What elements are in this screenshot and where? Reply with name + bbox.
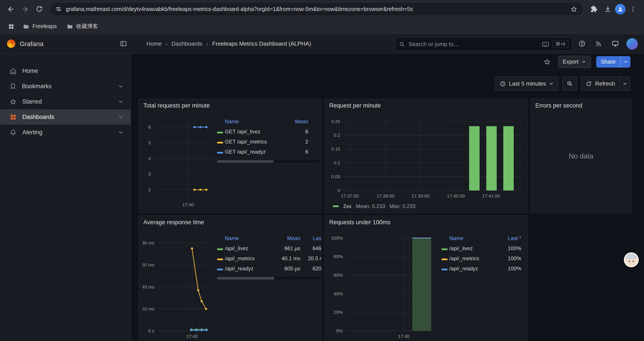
bell-icon [10, 129, 17, 136]
grafana-logo[interactable] [7, 40, 15, 48]
series-mean: 2 [287, 138, 308, 145]
legend-row[interactable]: /api/_livez 661 µs 646 [217, 243, 321, 253]
sidebar-item-bookmarks[interactable]: Bookmarks [0, 79, 131, 94]
back-button[interactable] [4, 3, 18, 16]
series-name[interactable]: /api/_readyz [225, 265, 276, 271]
svg-text:20%: 20% [334, 310, 343, 315]
refresh-icon [586, 81, 592, 87]
series-name[interactable]: /api/_livez [449, 245, 498, 251]
legend-row[interactable]: /api/_readyz 100% [442, 263, 524, 273]
series-name[interactable]: /api/_readyz [449, 265, 498, 271]
refresh-button[interactable]: Refresh [582, 77, 620, 90]
downloads-icon[interactable] [601, 3, 614, 16]
svg-text:60 ms: 60 ms [142, 262, 154, 267]
panel-requests-under-100ms: Requests under 100ms 100%80%60%40%20%0%1… [324, 215, 528, 341]
news-rss-icon[interactable] [593, 38, 604, 49]
series-name[interactable]: GET /api/_livez [225, 128, 287, 135]
apps-grid-icon[interactable] [5, 21, 17, 32]
reload-button[interactable] [32, 3, 46, 16]
bookmark-star-icon[interactable] [570, 5, 578, 14]
dashboards-grid-icon [10, 113, 17, 121]
sidebar-item-alerting[interactable]: Alerting [0, 125, 131, 140]
svg-text:17:40: 17:40 [182, 202, 194, 207]
sidebar-item-dashboards[interactable]: Dashboards [0, 109, 131, 125]
svg-text:80%: 80% [334, 254, 343, 259]
extensions-icon[interactable] [587, 3, 600, 16]
kiosk-monitor-icon[interactable] [610, 38, 620, 49]
legend-header-name[interactable]: Name [225, 235, 276, 241]
chevron-down-icon [581, 59, 586, 64]
series-name[interactable]: GET /api/_metrics [225, 138, 287, 145]
search-icon [399, 41, 405, 47]
legend-row[interactable]: /api/_metrics 100% [442, 253, 524, 263]
panel-title[interactable]: Average response time [143, 219, 204, 226]
url-text[interactable]: grafana.mathmast.com/d/deytv4rwavabkb/fr… [66, 6, 566, 12]
legend-header-last[interactable]: Las [300, 235, 321, 241]
export-button[interactable]: Export [558, 56, 591, 68]
svg-text:17:41:00: 17:41:00 [482, 193, 500, 198]
legend-header-name[interactable]: Name [449, 235, 498, 241]
time-range-picker[interactable]: Last 5 minutes [495, 76, 559, 91]
favorite-star-icon[interactable] [541, 56, 552, 67]
panel-title[interactable]: Request per minute [329, 102, 381, 109]
legend-header-name[interactable]: Name [225, 119, 287, 125]
panel-title[interactable]: Requests under 100ms [329, 219, 390, 226]
bookmark-folder-blogs[interactable]: 收藏博客 [63, 21, 102, 32]
legend-header-mean[interactable]: Mean [287, 119, 308, 125]
series-color-dash [442, 248, 448, 250]
scrollbar-thumb[interactable] [217, 160, 273, 163]
refresh-interval-caret[interactable] [620, 77, 630, 90]
chevron-down-icon[interactable] [118, 129, 124, 135]
legend-row[interactable]: GET /api/_metrics 2 [217, 137, 320, 147]
series-name[interactable]: /api/_metrics [449, 255, 498, 261]
legend-header-last[interactable]: Last * [498, 235, 521, 241]
forward-button[interactable] [18, 3, 32, 16]
folder-icon [23, 23, 29, 30]
series-name[interactable]: /api/_metrics [225, 255, 276, 261]
bookmark-label: 收藏博客 [76, 23, 98, 30]
chevron-down-icon[interactable] [118, 114, 124, 120]
sidebar-item-starred[interactable]: Starred [0, 94, 131, 109]
legend-row[interactable]: /api/_livez 100% [442, 243, 524, 253]
series-name[interactable]: /api/_livez [225, 245, 276, 251]
help-icon[interactable] [576, 38, 587, 49]
bookmark-folder-freeleaps[interactable]: Freeleaps [19, 21, 60, 31]
breadcrumb-dashboards[interactable]: Dashboards [172, 40, 202, 47]
legend-row[interactable]: GET /api/_livez 6 [217, 126, 320, 137]
legend-row[interactable]: /api/_readyz 605 µs 620 [217, 263, 321, 273]
dock-menu-icon[interactable] [118, 38, 129, 49]
svg-text:20 ms: 20 ms [142, 306, 154, 311]
user-avatar[interactable] [626, 38, 638, 49]
sidebar-item-home[interactable]: Home [0, 63, 131, 79]
chevron-down-icon[interactable] [118, 83, 124, 89]
legend-scrollbar[interactable] [217, 160, 320, 163]
series-name[interactable]: GET /api/_readyz [225, 149, 287, 155]
url-bar[interactable]: grafana.mathmast.com/d/deytv4rwavabkb/fr… [50, 3, 582, 15]
chevron-down-icon[interactable] [118, 99, 124, 104]
search-input[interactable]: Search or jump to... ⌘+k [395, 37, 572, 51]
bar-chart: 0.250.20.150.10.05017:37:0017:38:0017:39… [328, 114, 524, 200]
home-icon [10, 67, 17, 74]
series-name[interactable]: 2xx [343, 203, 351, 209]
legend-header-mean[interactable]: Mean [276, 235, 300, 241]
svg-text:0 s: 0 s [148, 328, 154, 333]
folder-icon [66, 23, 73, 30]
share-menu-caret[interactable] [620, 56, 630, 67]
panel-title[interactable]: Total requests per minute [143, 102, 210, 109]
browser-menu-icon[interactable] [626, 3, 640, 16]
zoom-out-button[interactable] [562, 76, 578, 91]
breadcrumb-home[interactable]: Home [146, 40, 162, 47]
share-button[interactable]: Share [596, 56, 630, 67]
svg-text:17:40: 17:40 [398, 334, 410, 339]
legend-scrollbar[interactable] [217, 277, 321, 279]
breadcrumb-separator: › [166, 40, 168, 47]
sidebar-item-label: Starred [22, 98, 42, 105]
legend-row[interactable]: /api/_metrics 40.1 ms 20.5 r [217, 253, 321, 263]
site-info-icon[interactable] [54, 5, 62, 13]
browser-profile-avatar[interactable] [615, 4, 626, 14]
keyboard-icon [542, 42, 549, 47]
star-icon [10, 98, 17, 105]
floating-assistant-avatar[interactable] [624, 252, 639, 267]
legend-row[interactable]: GET /api/_readyz 6 [217, 147, 320, 157]
scrollbar-thumb[interactable] [217, 277, 274, 279]
